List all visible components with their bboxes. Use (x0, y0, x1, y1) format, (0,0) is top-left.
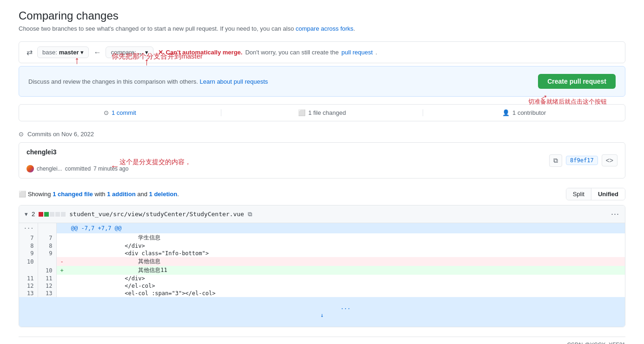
commit-actions: ⧉ 8f9ef17 <> (549, 154, 617, 167)
line-num-new: 10 (38, 266, 56, 275)
line-num-old: 8 (19, 242, 38, 250)
line-marker: - (56, 257, 67, 266)
line-num-new: 9 (38, 250, 56, 257)
line-num-new (38, 257, 56, 266)
table-row: 13 13 <el-col :span="3"></el-col> (19, 290, 625, 297)
create-pull-request-button[interactable]: Create pull request (538, 74, 616, 89)
unified-view-button[interactable]: Unified (591, 188, 625, 200)
commits-count: 1 commit (112, 109, 136, 116)
copy-path-icon[interactable]: ⧉ (248, 211, 252, 218)
table-row: 9 9 <div class="Info-bottom"> (19, 250, 625, 257)
table-row: 12 12 </el-col> (19, 282, 625, 290)
table-row: 11 11 </div> (19, 275, 625, 282)
annotation-merge-note: 你先把那个分支合并到master (112, 52, 203, 61)
line-num-new: 12 (38, 282, 56, 290)
page-footer: CSDN @YCCX_XFF21 (19, 337, 625, 344)
compare-bar: ⇄ base: master ▾ ← compare: ... ▾ ✕ Can'… (19, 41, 625, 63)
sq-red (39, 212, 43, 217)
table-row: 10 - 其他信息 (19, 257, 625, 266)
commit-icon: ⊙ (104, 109, 109, 116)
line-num-old (19, 266, 38, 275)
commit-title: chenglei3 (27, 148, 549, 156)
split-unified-toggle: Split Unified (566, 188, 625, 200)
annotation-commit-note: 这个是分支提交的内容， (120, 158, 191, 166)
commit-action: committed (65, 165, 91, 172)
base-branch-select[interactable]: base: master ▾ (37, 46, 89, 58)
hunk-line-num-right (38, 223, 56, 233)
commit-author: chenglei... (37, 165, 62, 172)
line-marker (56, 290, 67, 297)
file-changed-badge (39, 212, 66, 217)
commit-dot-icon: ⊙ (19, 131, 24, 138)
table-row: 7 7 学生信息 (19, 233, 625, 242)
diff-hunk-row: ··· @@ -7,7 +7,7 @@ (19, 223, 625, 233)
line-num-new: 13 (38, 290, 56, 297)
cant-merge-normal-text: Don't worry, you can still create the (245, 49, 339, 56)
line-content: </div> (67, 275, 625, 282)
file-icon: ⬜ (298, 109, 305, 116)
diff-expand-row[interactable]: ···↓ (19, 297, 625, 327)
files-count: 1 file changed (308, 109, 346, 116)
line-content: 其他信息11 (67, 266, 625, 275)
contributor-icon: 👤 (502, 109, 510, 116)
line-marker (56, 250, 67, 257)
browse-files-button[interactable]: <> (602, 154, 617, 166)
compare-icon: ⇄ (27, 48, 33, 57)
split-view-button[interactable]: Split (566, 188, 591, 200)
file-diff-header-left: ▾ 2 student_vue/src/view/studyCenter/Stu… (25, 211, 252, 218)
line-num-old: 12 (19, 282, 38, 290)
commit-avatar (27, 165, 34, 172)
line-num-old: 7 (19, 233, 38, 242)
file-diff: ▾ 2 student_vue/src/view/studyCenter/Stu… (19, 205, 625, 327)
line-content: 其他信息 (67, 257, 625, 266)
diff-header-bar: ⬜ Showing 1 changed file with 1 addition… (19, 188, 625, 200)
table-row: 10 + 其他信息11 (19, 266, 625, 275)
annotation-arrow2: ↑ (144, 56, 149, 68)
commits-date: ⊙ Commits on Nov 6, 2022 (19, 131, 625, 138)
line-content: </el-col> (67, 282, 625, 290)
line-marker (56, 233, 67, 242)
files-stat: ⬜ 1 file changed (221, 109, 424, 116)
commit-info: chenglei3 这个是分支提交的内容， ← chenglei... comm… (27, 148, 549, 172)
line-content: <div class="Info-bottom"> (67, 250, 625, 257)
sq-gray1 (50, 212, 54, 217)
line-marker (56, 282, 67, 290)
expand-down-icon: ···↓ (320, 305, 351, 318)
sq-green (44, 212, 49, 217)
footer-text: CSDN @YCCX_XFF21 (567, 342, 625, 344)
line-num-new: 11 (38, 275, 56, 282)
hunk-content: @@ -7,7 +7,7 @@ (67, 223, 625, 233)
commit-hash[interactable]: 8f9ef17 (566, 156, 598, 165)
annotation-arrow1: ↑ (74, 54, 80, 66)
line-marker (56, 242, 67, 250)
sq-gray3 (61, 212, 66, 217)
hunk-marker (56, 223, 67, 233)
file-more-options[interactable]: ··· (611, 209, 619, 219)
diff-deletion-count: 1 deletion (149, 191, 178, 198)
file-path: student_vue/src/view/studyCenter/StudyCe… (69, 211, 244, 218)
diff-table: ··· @@ -7,7 +7,7 @@ 7 7 学生信息 (19, 223, 625, 327)
arrow-right-icon: ← (93, 48, 101, 57)
file-diff-header: ▾ 2 student_vue/src/view/studyCenter/Stu… (19, 205, 625, 223)
diff-showing: ⬜ Showing 1 changed file with 1 addition… (19, 191, 179, 198)
diff-addition-count: 1 addition (107, 191, 135, 198)
copy-hash-button[interactable]: ⧉ (549, 154, 562, 167)
stats-bar: ⊙ 1 commit ⬜ 1 file changed 👤 1 contribu… (19, 104, 625, 121)
commits-date-text: Commits on Nov 6, 2022 (27, 131, 94, 138)
file-expand-icon[interactable]: ▾ (25, 211, 28, 218)
compare-forks-link[interactable]: compare across forks (296, 25, 353, 32)
hunk-line-num-left: ··· (19, 223, 38, 233)
diff-showing-icon: ⬜ (19, 191, 26, 198)
contributors-count: 1 contributor (512, 109, 546, 116)
learn-pull-requests-link[interactable]: Learn about pull requests (200, 78, 268, 85)
file-changed-num: 2 (32, 211, 35, 218)
info-box-text: Discuss and review the changes in this c… (28, 78, 268, 85)
line-num-old: 9 (19, 250, 38, 257)
commits-section: ⊙ Commits on Nov 6, 2022 chenglei3 这个是分支… (19, 131, 625, 179)
page-subtitle: Choose two branches to see what's change… (19, 25, 625, 32)
line-num-old: 11 (19, 275, 38, 282)
commits-stat[interactable]: ⊙ 1 commit (19, 109, 221, 116)
commit-row: chenglei3 这个是分支提交的内容， ← chenglei... comm… (19, 142, 625, 179)
line-num-new: 8 (38, 242, 56, 250)
pull-request-link[interactable]: pull request (341, 49, 372, 56)
